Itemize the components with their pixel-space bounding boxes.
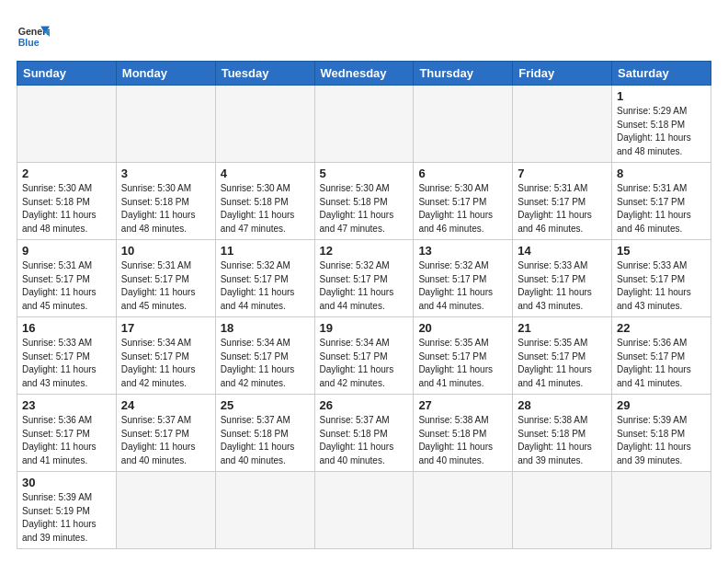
day-number: 4 (221, 167, 310, 180)
week-row-3: 16Sunrise: 5:33 AMSunset: 5:17 PMDayligh… (17, 317, 711, 395)
cell-info: Sunrise: 5:31 AMSunset: 5:17 PMDaylight:… (121, 259, 210, 313)
calendar-cell: 30Sunrise: 5:39 AMSunset: 5:19 PMDayligh… (17, 472, 117, 549)
day-number: 8 (617, 167, 706, 180)
day-number: 10 (121, 244, 210, 258)
calendar-cell (17, 86, 117, 163)
calendar-cell: 27Sunrise: 5:38 AMSunset: 5:18 PMDayligh… (414, 395, 513, 472)
day-number: 17 (121, 321, 210, 335)
weekday-header-monday: Monday (116, 62, 215, 86)
calendar-cell: 1Sunrise: 5:29 AMSunset: 5:18 PMDaylight… (612, 86, 711, 163)
calendar-cell: 28Sunrise: 5:38 AMSunset: 5:18 PMDayligh… (513, 395, 612, 472)
day-number: 26 (320, 398, 409, 412)
cell-info: Sunrise: 5:39 AMSunset: 5:18 PMDaylight:… (617, 414, 706, 467)
cell-info: Sunrise: 5:32 AMSunset: 5:17 PMDaylight:… (221, 259, 310, 313)
cell-info: Sunrise: 5:34 AMSunset: 5:17 PMDaylight:… (320, 337, 409, 390)
cell-info: Sunrise: 5:30 AMSunset: 5:17 PMDaylight:… (418, 182, 507, 236)
logo-icon: General Blue (17, 20, 50, 53)
cell-info: Sunrise: 5:34 AMSunset: 5:17 PMDaylight:… (121, 337, 210, 390)
calendar-cell (314, 86, 414, 163)
day-number: 21 (518, 321, 607, 335)
cell-info: Sunrise: 5:37 AMSunset: 5:18 PMDaylight:… (221, 414, 310, 467)
cell-info: Sunrise: 5:34 AMSunset: 5:17 PMDaylight:… (221, 337, 310, 390)
weekday-header-wednesday: Wednesday (314, 62, 414, 86)
calendar-cell: 3Sunrise: 5:30 AMSunset: 5:18 PMDaylight… (116, 163, 215, 240)
day-number: 14 (518, 244, 607, 258)
calendar-cell: 9Sunrise: 5:31 AMSunset: 5:17 PMDaylight… (17, 240, 117, 317)
calendar-cell (513, 86, 612, 163)
day-number: 7 (518, 167, 607, 180)
calendar-cell (612, 472, 711, 549)
calendar-cell: 18Sunrise: 5:34 AMSunset: 5:17 PMDayligh… (215, 317, 314, 395)
day-number: 6 (418, 167, 507, 180)
day-number: 19 (320, 321, 409, 335)
calendar-cell (116, 472, 215, 549)
calendar-cell: 29Sunrise: 5:39 AMSunset: 5:18 PMDayligh… (612, 395, 711, 472)
cell-info: Sunrise: 5:30 AMSunset: 5:18 PMDaylight:… (221, 182, 310, 236)
cell-info: Sunrise: 5:30 AMSunset: 5:18 PMDaylight:… (320, 182, 409, 236)
calendar-cell: 15Sunrise: 5:33 AMSunset: 5:17 PMDayligh… (612, 240, 711, 317)
weekday-header-saturday: Saturday (612, 62, 711, 86)
calendar-cell: 10Sunrise: 5:31 AMSunset: 5:17 PMDayligh… (116, 240, 215, 317)
calendar-cell: 25Sunrise: 5:37 AMSunset: 5:18 PMDayligh… (215, 395, 314, 472)
day-number: 29 (617, 398, 706, 412)
day-number: 11 (221, 244, 310, 258)
cell-info: Sunrise: 5:33 AMSunset: 5:17 PMDaylight:… (518, 259, 607, 313)
day-number: 22 (617, 321, 706, 335)
calendar-cell: 7Sunrise: 5:31 AMSunset: 5:17 PMDaylight… (513, 163, 612, 240)
weekday-header-tuesday: Tuesday (215, 62, 314, 86)
day-number: 30 (22, 476, 111, 489)
calendar-cell (215, 86, 314, 163)
calendar-cell: 19Sunrise: 5:34 AMSunset: 5:17 PMDayligh… (314, 317, 414, 395)
cell-info: Sunrise: 5:32 AMSunset: 5:17 PMDaylight:… (418, 259, 507, 313)
cell-info: Sunrise: 5:30 AMSunset: 5:18 PMDaylight:… (121, 182, 210, 236)
calendar-cell: 24Sunrise: 5:37 AMSunset: 5:17 PMDayligh… (116, 395, 215, 472)
svg-text:Blue: Blue (18, 37, 40, 48)
calendar-cell (116, 86, 215, 163)
day-number: 3 (121, 167, 210, 180)
cell-info: Sunrise: 5:38 AMSunset: 5:18 PMDaylight:… (518, 414, 607, 467)
day-number: 18 (221, 321, 310, 335)
calendar-cell: 2Sunrise: 5:30 AMSunset: 5:18 PMDaylight… (17, 163, 117, 240)
cell-info: Sunrise: 5:35 AMSunset: 5:17 PMDaylight:… (518, 337, 607, 390)
day-number: 25 (221, 398, 310, 412)
day-number: 13 (418, 244, 507, 258)
calendar-cell (215, 472, 314, 549)
calendar-cell: 14Sunrise: 5:33 AMSunset: 5:17 PMDayligh… (513, 240, 612, 317)
weekday-header-thursday: Thursday (414, 62, 513, 86)
cell-info: Sunrise: 5:31 AMSunset: 5:17 PMDaylight:… (617, 182, 706, 236)
day-number: 23 (22, 398, 111, 412)
cell-info: Sunrise: 5:33 AMSunset: 5:17 PMDaylight:… (617, 259, 706, 313)
week-row-0: 1Sunrise: 5:29 AMSunset: 5:18 PMDaylight… (17, 86, 711, 163)
logo: General Blue (17, 20, 50, 53)
cell-info: Sunrise: 5:37 AMSunset: 5:17 PMDaylight:… (121, 414, 210, 467)
calendar-cell: 4Sunrise: 5:30 AMSunset: 5:18 PMDaylight… (215, 163, 314, 240)
calendar-cell (314, 472, 414, 549)
page: General Blue SundayMondayTuesdayWednesda… (0, 0, 728, 558)
calendar-cell: 21Sunrise: 5:35 AMSunset: 5:17 PMDayligh… (513, 317, 612, 395)
cell-info: Sunrise: 5:36 AMSunset: 5:17 PMDaylight:… (22, 414, 111, 467)
calendar-cell: 17Sunrise: 5:34 AMSunset: 5:17 PMDayligh… (116, 317, 215, 395)
calendar-cell: 5Sunrise: 5:30 AMSunset: 5:18 PMDaylight… (314, 163, 414, 240)
calendar-cell: 16Sunrise: 5:33 AMSunset: 5:17 PMDayligh… (17, 317, 117, 395)
cell-info: Sunrise: 5:31 AMSunset: 5:17 PMDaylight:… (518, 182, 607, 236)
calendar-cell: 23Sunrise: 5:36 AMSunset: 5:17 PMDayligh… (17, 395, 117, 472)
day-number: 5 (320, 167, 409, 180)
weekday-header-row: SundayMondayTuesdayWednesdayThursdayFrid… (17, 62, 711, 86)
calendar-cell (513, 472, 612, 549)
calendar-cell (414, 472, 513, 549)
calendar-cell: 11Sunrise: 5:32 AMSunset: 5:17 PMDayligh… (215, 240, 314, 317)
calendar-cell (414, 86, 513, 163)
day-number: 16 (22, 321, 111, 335)
weekday-header-friday: Friday (513, 62, 612, 86)
cell-info: Sunrise: 5:33 AMSunset: 5:17 PMDaylight:… (22, 337, 111, 390)
day-number: 15 (617, 244, 706, 258)
day-number: 2 (22, 167, 111, 180)
calendar-cell: 22Sunrise: 5:36 AMSunset: 5:17 PMDayligh… (612, 317, 711, 395)
week-row-5: 30Sunrise: 5:39 AMSunset: 5:19 PMDayligh… (17, 472, 711, 549)
cell-info: Sunrise: 5:32 AMSunset: 5:17 PMDaylight:… (320, 259, 409, 313)
calendar-cell: 8Sunrise: 5:31 AMSunset: 5:17 PMDaylight… (612, 163, 711, 240)
cell-info: Sunrise: 5:30 AMSunset: 5:18 PMDaylight:… (22, 182, 111, 236)
week-row-2: 9Sunrise: 5:31 AMSunset: 5:17 PMDaylight… (17, 240, 711, 317)
day-number: 24 (121, 398, 210, 412)
cell-info: Sunrise: 5:39 AMSunset: 5:19 PMDaylight:… (22, 491, 111, 545)
